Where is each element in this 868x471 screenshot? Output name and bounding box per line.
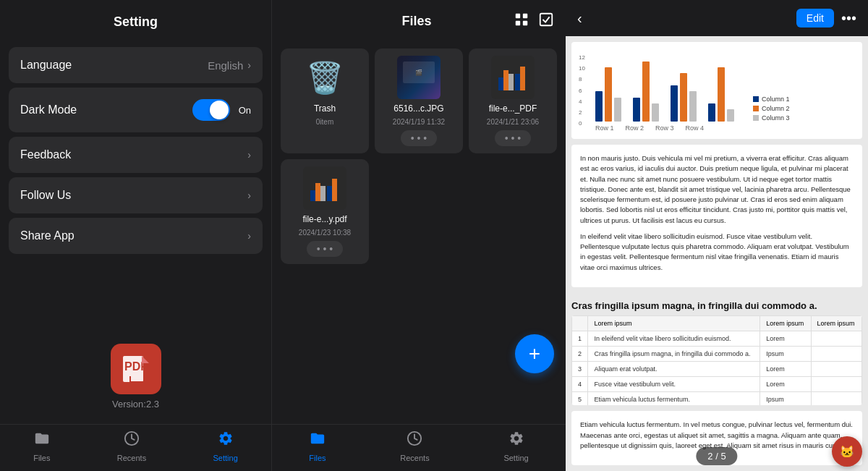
chart-y-labels: 0 2 4 6 8 10 12 <box>579 54 585 127</box>
app-info-section: PDF Version:2.3 <box>0 329 271 424</box>
text-paragraph-2: In eleifend velit vitae libero sollicitu… <box>580 232 854 273</box>
toggle-knob <box>210 101 229 119</box>
viewer-header: ‹ Edit ••• <box>566 0 868 36</box>
bar-chart: Column 1 Column 2 Column 3 <box>588 49 855 122</box>
files-nav-files-label: Files <box>309 454 326 462</box>
feedback-setting[interactable]: Feedback › <box>9 137 263 173</box>
svg-rect-13 <box>310 190 315 201</box>
svg-rect-4 <box>523 14 527 18</box>
nav-files[interactable]: Files <box>33 430 50 462</box>
viewer-actions: Edit ••• <box>796 9 856 27</box>
table-row: 1 In eleifend velit vitae libero sollici… <box>572 331 862 346</box>
jpg-more-btn[interactable]: • • • <box>401 130 437 146</box>
darkmode-setting[interactable]: Dark Mode On <box>9 88 263 132</box>
bar-row4-col2 <box>718 67 725 122</box>
nav-recents-label: Recents <box>117 454 146 462</box>
edit-button[interactable]: Edit <box>796 9 834 27</box>
table-header-0 <box>572 315 588 331</box>
pdf1-thumb <box>491 56 535 99</box>
followus-setting[interactable]: Follow Us › <box>9 177 263 213</box>
jpg-date: 2024/1/19 11:32 <box>393 118 445 126</box>
table-row: 2 Cras fringilla ipsum magna, in fringil… <box>572 346 862 361</box>
settings-panel: Setting Language English › Dark Mode On … <box>0 0 272 471</box>
text-paragraph-1: In non mauris justo. Duis vehicula mi ve… <box>580 153 854 226</box>
chart-group-row3 <box>671 73 697 122</box>
files-header-icons <box>514 12 554 31</box>
bar-row4-col3 <box>727 109 734 122</box>
legend-col2-dot <box>753 106 759 111</box>
page-indicator: 2 / 5 <box>696 447 737 465</box>
files-nav-setting[interactable]: Setting <box>503 430 528 462</box>
svg-rect-14 <box>315 183 320 201</box>
file-card-jpg[interactable]: 🎬 6516...c.JPG 2024/1/19 11:32 • • • <box>375 48 463 153</box>
followus-chevron-icon: › <box>247 190 251 201</box>
files-panel: Files <box>272 0 566 471</box>
files-fab-button[interactable]: + <box>515 334 554 373</box>
chart-group-row1 <box>595 67 621 122</box>
chart-legend: Column 1 Column 2 Column 3 <box>753 96 790 122</box>
shareapp-setting[interactable]: Share App › <box>9 218 263 254</box>
app-icon: PDF <box>111 344 161 394</box>
bar-row1-col3 <box>614 98 621 122</box>
svg-rect-12 <box>520 67 525 90</box>
bar-row3-col2 <box>680 73 687 122</box>
svg-rect-11 <box>515 74 520 90</box>
legend-col3: Column 3 <box>753 114 790 122</box>
language-label: Language <box>20 59 72 72</box>
files-nav-recents[interactable]: Recents <box>400 430 429 462</box>
files-nav-recents-icon <box>407 430 422 451</box>
content-table: Lorem ipsum Lorem ipsum Lorem ipsum 1 In… <box>571 315 862 406</box>
svg-rect-16 <box>327 186 332 201</box>
svg-rect-3 <box>516 14 520 18</box>
chart-section: 0 2 4 6 8 10 12 <box>571 42 862 139</box>
svg-rect-5 <box>516 21 520 25</box>
table-header-3: Lorem ipsum <box>811 315 861 331</box>
nav-files-label: Files <box>33 454 50 462</box>
table-header-1: Lorem ipsum <box>588 315 760 331</box>
svg-rect-7 <box>540 14 553 26</box>
file-card-pdf1[interactable]: file-e..._PDF 2024/1/21 23:06 • • • <box>469 48 557 153</box>
svg-rect-8 <box>498 77 503 90</box>
text-section-1: In non mauris justo. Duis vehicula mi ve… <box>571 145 862 287</box>
nav-setting[interactable]: Setting <box>213 430 238 462</box>
files-grid: 🗑️ Trash 0item 🎬 6516...c.JPG <box>272 43 566 270</box>
bar-row1-col2 <box>605 67 612 122</box>
files-nav-setting-label: Setting <box>503 454 528 462</box>
bar-row2-col1 <box>633 98 640 122</box>
pdf-action-fab[interactable]: 🐱 <box>832 436 862 467</box>
darkmode-toggle[interactable] <box>192 99 230 121</box>
pdf2-thumb <box>303 166 346 210</box>
files-nav-files[interactable]: Files <box>309 430 326 462</box>
file-card-pdf2[interactable]: file-e...y.pdf 2024/1/23 10:38 • • • <box>281 159 369 264</box>
table-row: 5 Etiam vehicula luctus fermentum. Ipsum <box>572 391 862 405</box>
language-chevron-icon: › <box>247 59 251 71</box>
settings-bottom-nav: Files Recents Setting <box>0 424 271 471</box>
pdf2-name: file-e...y.pdf <box>302 214 346 224</box>
back-button[interactable]: ‹ <box>577 10 582 27</box>
feedback-chevron-icon: › <box>247 149 251 161</box>
chart-x-labels: Row 1 Row 2 Row 3 Row 4 <box>588 124 855 132</box>
viewer-content: 0 2 4 6 8 10 12 <box>566 36 868 471</box>
more-options-button[interactable]: ••• <box>841 10 856 27</box>
jpg-thumb: 🎬 <box>397 56 441 99</box>
setting-icon <box>218 430 234 451</box>
pdf-viewer-panel: ‹ Edit ••• 0 2 4 6 8 10 12 <box>566 0 868 471</box>
file-card-trash[interactable]: 🗑️ Trash 0item <box>281 48 369 153</box>
pdf2-more-btn[interactable]: • • • <box>307 241 343 257</box>
bottom-text: Etiam vehicula luctus fermentum. In vel … <box>580 420 854 451</box>
pdf1-more-btn[interactable]: • • • <box>495 130 531 146</box>
version-text: Version:2.3 <box>112 399 159 410</box>
bar-row3-col3 <box>689 91 697 122</box>
select-icon[interactable] <box>538 12 554 31</box>
legend-col2: Column 2 <box>753 105 790 112</box>
darkmode-value: On <box>239 105 251 116</box>
trash-icon: 🗑️ <box>306 60 344 96</box>
language-setting[interactable]: Language English › <box>9 47 263 83</box>
files-title: Files <box>320 14 514 29</box>
nav-setting-label: Setting <box>213 454 238 462</box>
bar-row2-col2 <box>642 61 650 122</box>
grid-view-icon[interactable] <box>514 12 529 31</box>
trash-name: Trash <box>314 103 336 114</box>
table-section: Lorem ipsum Lorem ipsum Lorem ipsum 1 In… <box>571 315 862 406</box>
nav-recents[interactable]: Recents <box>117 430 146 462</box>
